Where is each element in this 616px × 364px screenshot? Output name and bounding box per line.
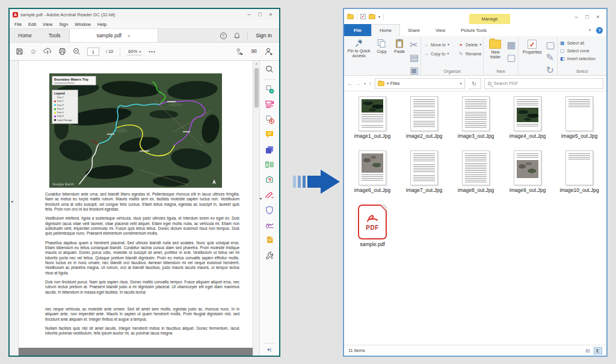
menu-file[interactable]: File (14, 22, 22, 27)
tab-view[interactable]: View (428, 24, 453, 36)
recent-locations-icon[interactable]: ▾ (364, 81, 366, 85)
compress-pdf-icon[interactable] (265, 174, 275, 185)
zoom-out-icon[interactable] (73, 48, 81, 55)
account-icon[interactable] (265, 48, 273, 55)
invert-selection-button[interactable]: ◧ Invert selection (559, 55, 596, 62)
file-item[interactable]: image9_out.Jpg (502, 150, 553, 203)
file-item[interactable]: PDF sample.pdf (346, 205, 398, 258)
file-item[interactable]: image4_out.Jpg (502, 96, 553, 149)
close-document-icon[interactable]: × (128, 33, 131, 39)
edit-pdf-icon[interactable] (265, 99, 275, 110)
close-button[interactable]: × (593, 14, 603, 20)
file-item[interactable]: image6_out.Jpg (346, 150, 398, 203)
rename-button[interactable]: ✎ Rename (458, 51, 481, 57)
minimize-ribbon-icon[interactable]: ∧ (588, 28, 591, 32)
select-all-button[interactable]: ▦ Select all (559, 40, 584, 46)
document-scrollbar[interactable]: ∧ (253, 61, 259, 356)
tab-home[interactable]: Home (10, 29, 40, 42)
scroll-up-icon[interactable]: ∧ (255, 61, 257, 66)
manage-contextual-tab[interactable]: Manage (469, 14, 510, 24)
send-link-icon[interactable] (235, 48, 244, 55)
combine-files-icon[interactable] (265, 144, 275, 155)
export-pdf-icon[interactable] (265, 84, 275, 94)
page-number-input[interactable]: 1 (87, 48, 99, 56)
move-to-button[interactable]: → Move to ▾ (423, 42, 454, 48)
more-tools-button[interactable]: ••• (149, 49, 155, 54)
certificates-icon[interactable] (265, 220, 275, 230)
minimize-button[interactable]: – (571, 14, 582, 20)
properties-quick-icon[interactable]: ✓ (360, 14, 366, 19)
organize-pages-icon[interactable] (265, 159, 275, 170)
new-folder-quick-icon[interactable] (369, 14, 375, 19)
navigation-pane-strip[interactable]: ▸ (10, 61, 19, 356)
folder-icon[interactable] (347, 14, 354, 19)
file-item[interactable]: image2_out.Jpg (398, 96, 450, 149)
collapse-pane-icon[interactable]: ◂ (259, 196, 262, 201)
chevron-down-icon[interactable]: ▾ (460, 81, 462, 85)
back-icon[interactable]: ← (347, 81, 353, 87)
expand-nav-pane-icon[interactable]: ▸ (11, 199, 14, 204)
file-item[interactable]: image8_out.Jpg (450, 150, 502, 203)
copy-button[interactable]: Copy (374, 38, 389, 55)
copy-to-button[interactable]: → Copy to ▾ (423, 51, 454, 57)
pin-to-quick-access-button[interactable]: Pin to Quick access (346, 38, 372, 59)
file-item[interactable]: image3_out.Jpg (450, 96, 502, 149)
cut-icon[interactable]: ✂ (410, 39, 419, 51)
forward-icon[interactable]: → (356, 81, 361, 87)
copy-path-icon[interactable]: ▤ (410, 52, 419, 63)
file-item[interactable]: image5_out.Jpg (553, 96, 605, 149)
paste-button[interactable]: Paste (391, 38, 408, 55)
tab-share[interactable]: Share (400, 24, 428, 36)
search-input[interactable] (494, 81, 600, 86)
select-none-button[interactable]: ▢ Select none (559, 48, 590, 54)
tab-home[interactable]: Home (371, 24, 400, 36)
paste-shortcut-icon[interactable]: ▣ (410, 64, 419, 76)
sign-in-button[interactable]: Sign In (247, 31, 272, 40)
share-upload-icon[interactable] (43, 48, 52, 55)
delete-button[interactable]: × Delete ▾ (458, 42, 481, 48)
minimize-button[interactable]: – (244, 11, 254, 17)
print-icon[interactable] (58, 48, 66, 55)
file-item[interactable]: image7_out.Jpg (398, 150, 450, 203)
open-pane-icon[interactable]: ▸| (268, 347, 271, 352)
help-icon[interactable]: ? (220, 32, 227, 39)
pdf-page[interactable]: Boundary Waters Trip Legend Day 1 Day 2 … (19, 61, 253, 348)
favorite-star-icon[interactable]: ☆ (30, 48, 37, 55)
maximize-button[interactable]: □ (582, 14, 593, 20)
file-item[interactable]: image10_out.Jpg (553, 150, 605, 203)
fill-and-sign-icon[interactable] (265, 190, 275, 200)
menu-help[interactable]: Help (97, 22, 106, 27)
file-item[interactable]: image1_out.Jpg (346, 96, 398, 149)
notification-bell-icon[interactable] (234, 32, 240, 39)
refresh-button[interactable]: ↻ (468, 78, 481, 89)
tab-file[interactable]: File (344, 24, 371, 36)
history-icon[interactable]: ↻ (546, 64, 555, 76)
maximize-button[interactable]: □ (254, 11, 265, 17)
close-button[interactable]: × (265, 11, 276, 17)
menu-edit[interactable]: Edit (28, 22, 36, 27)
large-icons-view-icon[interactable]: ◧ (594, 347, 602, 354)
tab-picture-tools[interactable]: Picture Tools (453, 24, 494, 36)
menu-view[interactable]: View (43, 22, 52, 27)
menu-sign[interactable]: Sign (59, 22, 68, 27)
easy-access-icon[interactable]: ▦ (507, 39, 516, 51)
zoom-level-select[interactable]: 60% ▾ (127, 48, 142, 55)
scrollbar-thumb[interactable] (254, 68, 259, 108)
save-icon[interactable] (16, 48, 23, 55)
explorer-help-icon[interactable]: ? (596, 27, 603, 34)
up-icon[interactable]: ↑ (369, 81, 372, 87)
tab-tools[interactable]: Tools (40, 29, 69, 42)
stamp-icon[interactable] (265, 235, 275, 245)
email-icon[interactable]: ✉ (251, 48, 257, 55)
protect-icon[interactable] (265, 205, 275, 215)
search-box[interactable] (484, 78, 603, 89)
address-input[interactable]: « Files ▾ (375, 78, 465, 89)
customize-qat-icon[interactable]: ▾ (378, 14, 380, 19)
create-pdf-icon[interactable] (265, 114, 275, 125)
more-tools-icon[interactable] (265, 250, 275, 260)
new-item-icon[interactable]: ▢ (507, 52, 516, 63)
menu-window[interactable]: Window (75, 22, 91, 27)
edit-icon[interactable]: ✎ (546, 52, 555, 63)
tab-document[interactable]: sample.pdf × (69, 29, 158, 42)
comment-icon[interactable] (265, 129, 275, 140)
